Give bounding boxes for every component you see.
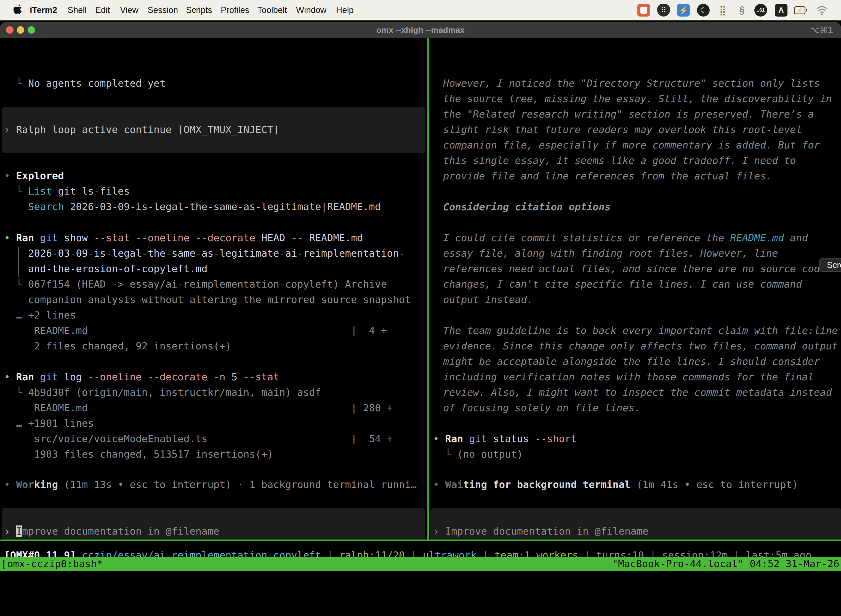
terminal-line: … +2 lines [4, 308, 76, 323]
text-segment: --stat [237, 371, 279, 383]
menu-item-window[interactable]: Window [296, 0, 327, 21]
text-segment: (1m 41s • esc to interrupt) [630, 479, 798, 490]
terminal-line: src/voice/voiceModeEnabled.ts | 54 + [4, 431, 393, 447]
text-segment: evidence. Since this change only affects… [443, 340, 838, 352]
text-segment: changes, I can't cite specific file line… [443, 279, 802, 290]
text-segment: However, I noticed the "Directory Struct… [443, 78, 820, 89]
terminal-line: └ 067f154 (HEAD -> essay/ai-reimplementa… [4, 277, 387, 292]
terminal-line: the "Related research writing" section i… [443, 107, 814, 122]
text-segment: (no output) [457, 449, 523, 460]
text-segment: including verification notes with those … [443, 371, 814, 383]
text-segment: └ [4, 387, 28, 398]
terminal-line: 2026-03-09-is-legal-the-same-as-legitima… [4, 246, 405, 261]
text-segment: git ls-files [52, 185, 130, 197]
lightning-app-icon[interactable]: ⚡ [677, 4, 690, 16]
screen-indicator-chip[interactable]: Scre [819, 258, 841, 272]
terminal-content[interactable]: └ No agents completed yet› Ralph loop ac… [0, 38, 841, 616]
text-segment: essay file, along with finding root file… [443, 248, 778, 259]
terminal-line: … +1901 lines [4, 416, 94, 431]
terminal-line: README.md | 280 + [4, 400, 393, 416]
menu-item-view[interactable]: View [120, 0, 139, 21]
menu-item-session[interactable]: Session [148, 0, 178, 21]
text-segment: Explored [16, 170, 64, 181]
text-segment: List [28, 185, 52, 197]
text-segment: README.md [730, 232, 784, 243]
terminal-line: and-the-erosion-of-copyleft.md [4, 261, 208, 277]
tmux-host-clock: "MacBook-Pro-44.local" 04:52 31-Mar-26 [612, 557, 840, 571]
text-segment: The team guideline is to back every impo… [443, 325, 838, 336]
menu-item-profiles[interactable]: Profiles [221, 0, 249, 21]
terminal-line: companion file, especially if more comme… [443, 138, 820, 153]
text-segment: git [34, 371, 58, 383]
text-segment [4, 201, 28, 212]
terminal-line: • Ran git status --short [433, 431, 577, 447]
text-segment: 2026-03-09-is-legal-the-same-as-legitima… [64, 201, 381, 212]
text-segment: 4b9d30f (origin/main, instructkr/main, m… [28, 387, 321, 398]
terminal-line: • Ran git log --oneline --decorate -n 5 … [4, 369, 279, 385]
text-segment: Improve documentation in @filename [445, 525, 648, 537]
apple-menu-icon[interactable] [13, 4, 23, 16]
terminal-line: 2 files changed, 92 insertions(+) [4, 338, 231, 354]
menu-item-shell[interactable]: Shell [67, 0, 86, 21]
terminal-line: of focusing solely on file lines. [443, 400, 640, 416]
text-segment: and-the-erosion-of-copyleft.md [4, 263, 208, 274]
left-terminal-pane[interactable]: └ No agents completed yet› Ralph loop ac… [0, 38, 427, 540]
text-segment: mprove documentation in @filename [22, 525, 219, 537]
terminal-line: references need actual files, and since … [443, 261, 826, 277]
terminal-line: including verification notes with those … [443, 369, 814, 385]
text-segment: companion analysis without altering the … [4, 294, 411, 305]
text-segment: HEAD [255, 232, 285, 243]
text-segment: › [433, 525, 445, 537]
text-segment: README.md | 4 + [4, 325, 387, 336]
terminal-line: › Improve documentation in @filename [433, 524, 648, 539]
pane-vertical-divider[interactable] [428, 38, 429, 540]
pane-horizontal-divider[interactable] [0, 540, 841, 541]
text-segment: Search [28, 201, 64, 212]
terminal-line: output instead. [443, 292, 533, 308]
wifi-icon[interactable] [816, 4, 828, 16]
text-segment: git [34, 232, 58, 243]
menu-item-help[interactable]: Help [336, 0, 354, 21]
text-segment: • [433, 479, 445, 490]
terminal-line: evidence. Since this change only affects… [443, 338, 838, 354]
text-segment: provide file and line references from th… [443, 170, 772, 182]
menu-item-scripts[interactable]: Scripts [186, 0, 212, 21]
text-segment: companion file, especially if more comme… [443, 139, 820, 151]
tmux-status-bar: [omx-cczip0:bash* "MacBook-Pro-44.local"… [0, 557, 841, 571]
shield-app-icon[interactable]: ⠿ [657, 4, 670, 16]
moon-app-icon[interactable]: ☾ [697, 4, 710, 16]
window-title: omx --xhigh --madmax [0, 22, 841, 38]
text-segment: 2026-03-09-is-legal-the-same-as-legitima… [4, 248, 405, 259]
right-terminal-pane[interactable]: However, I noticed the "Directory Struct… [430, 38, 841, 540]
text-segment: --oneline [130, 232, 189, 243]
menu-bar: iTerm2ShellEditViewSessionScriptsProfile… [0, 0, 841, 21]
terminal-line: provide file and line references from th… [443, 168, 772, 184]
menu-item-edit[interactable]: Edit [95, 0, 110, 21]
text-segment: No agents completed yet [28, 78, 166, 89]
text-segment: └ [4, 279, 28, 290]
menu-item-iterm2[interactable]: iTerm2 [30, 0, 57, 21]
menu-item-toolbelt[interactable]: Toolbelt [258, 0, 287, 21]
text-segment: this single essay, it seems like a good … [443, 155, 796, 166]
text-segment: 2 files changed, 92 insertions(+) [4, 340, 231, 352]
terminal-line: › Improve documentation in @filename [4, 524, 219, 539]
terminal-line: The team guideline is to back every impo… [443, 323, 838, 338]
text-segment: 067f154 (HEAD -> essay/ai-reimplementati… [28, 279, 387, 290]
text-segment: └ [4, 78, 28, 89]
count-badge-icon[interactable]: ..61 [755, 4, 767, 16]
terminal-line: • Explored [4, 168, 64, 183]
dots-grid-icon[interactable]: ⣿ [716, 4, 729, 16]
terminal-line: README.md | 4 + [4, 323, 387, 338]
chat-app-icon[interactable] [637, 4, 650, 16]
text-segment: the "Related research writing" section i… [443, 109, 814, 120]
window-title-bar: omx --xhigh --madmax ⌥⌘1 [0, 22, 841, 38]
text-segment: README.md [303, 232, 363, 243]
a-app-icon[interactable]: A [775, 4, 787, 16]
squiggle-icon[interactable]: § [736, 4, 748, 16]
text-segment: • [433, 433, 445, 444]
terminal-line: might be acceptable alongside the file l… [443, 354, 820, 369]
battery-icon[interactable]: ⚡ [794, 4, 807, 16]
text-segment: … +1901 lines [4, 418, 94, 429]
text-segment: I could cite commit statistics or refere… [443, 232, 730, 243]
terminal-line: • Ran git show --stat --oneline --decora… [4, 230, 363, 246]
